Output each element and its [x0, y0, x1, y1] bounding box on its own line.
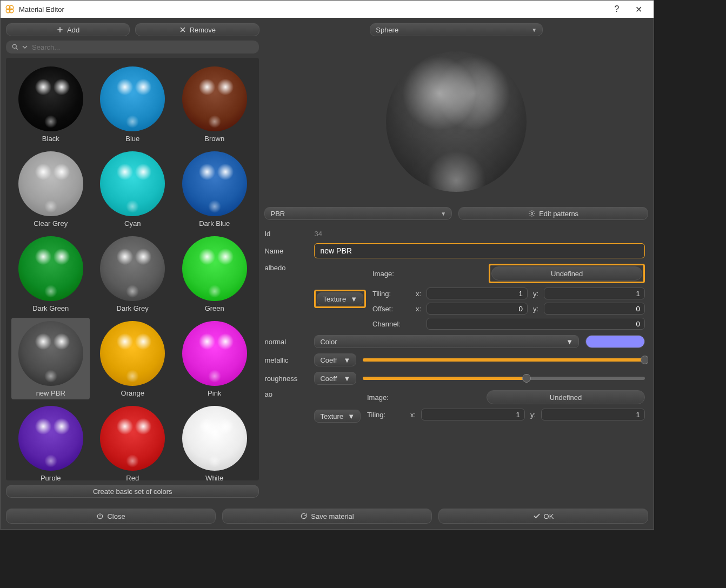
material-label: new PBR: [36, 389, 65, 397]
material-item[interactable]: Purple: [11, 403, 90, 480]
close-button[interactable]: Close: [6, 509, 216, 524]
preview-shape-dropdown[interactable]: Sphere ▼: [370, 23, 543, 36]
window-close-button[interactable]: ✕: [628, 4, 649, 15]
material-label: Red: [126, 474, 139, 480]
remove-button[interactable]: Remove: [135, 23, 259, 36]
edit-patterns-label: Edit patterns: [539, 210, 578, 218]
material-item[interactable]: Brown: [175, 63, 254, 145]
material-label: Purple: [41, 474, 61, 480]
material-item[interactable]: Black: [11, 63, 90, 145]
roughness-mode-dropdown[interactable]: Coeff ▼: [314, 372, 356, 385]
albedo-mode-highlight: Texture ▼: [314, 290, 366, 308]
albedo-tiling-label: Tiling:: [372, 290, 410, 298]
ao-mode-dropdown[interactable]: Texture ▼: [314, 410, 361, 423]
normal-mode-value: Color: [320, 338, 337, 346]
y-label: y:: [531, 305, 541, 313]
material-item[interactable]: Dark Grey: [93, 233, 172, 315]
material-item[interactable]: Dark Green: [11, 233, 90, 315]
material-label: Orange: [121, 389, 144, 397]
material-label: Green: [205, 304, 224, 312]
albedo-tiling-x[interactable]: [427, 288, 528, 299]
titlebar: Material Editor ? ✕: [1, 1, 654, 18]
material-swatch: [100, 406, 165, 471]
material-item[interactable]: Clear Grey: [11, 148, 90, 230]
preview-viewport[interactable]: [264, 41, 648, 203]
material-label: Dark Green: [32, 304, 69, 312]
material-label: Dark Blue: [199, 219, 230, 228]
search-field[interactable]: [6, 41, 259, 54]
albedo-mode-dropdown[interactable]: Texture ▼: [317, 292, 363, 305]
albedo-tiling-y[interactable]: [544, 288, 645, 299]
add-button[interactable]: Add: [6, 23, 130, 36]
metallic-mode-value: Coeff: [320, 356, 337, 364]
material-swatch: [100, 321, 165, 386]
albedo-offset-y[interactable]: [544, 303, 645, 315]
material-swatch: [100, 66, 165, 131]
material-item[interactable]: Green: [175, 233, 254, 315]
id-label: Id: [264, 230, 308, 238]
footer: Close Save material OK: [1, 503, 654, 529]
material-label: Cyan: [124, 219, 141, 228]
material-swatch: [100, 151, 165, 216]
albedo-offset-x[interactable]: [427, 303, 528, 315]
material-swatch: [100, 236, 165, 301]
metallic-mode-dropdown[interactable]: Coeff ▼: [314, 353, 356, 366]
ao-tiling-x[interactable]: [421, 409, 525, 420]
normal-color-swatch[interactable]: [585, 335, 645, 348]
search-input[interactable]: [31, 43, 254, 52]
material-grid[interactable]: BlackBlueBrownClear GreyCyanDark BlueDar…: [6, 58, 259, 480]
search-options-caret-icon[interactable]: [22, 43, 28, 51]
material-label: White: [205, 474, 223, 480]
edit-patterns-button[interactable]: Edit patterns: [458, 207, 648, 220]
normal-label: normal: [264, 338, 308, 346]
ao-tiling-y[interactable]: [541, 409, 645, 420]
albedo-label: albedo: [264, 264, 308, 272]
material-item[interactable]: Orange: [93, 318, 172, 399]
albedo-mode-value: Texture: [323, 295, 346, 303]
material-item[interactable]: new PBR: [11, 318, 90, 399]
ao-image-button[interactable]: Undefined: [487, 390, 645, 404]
material-item[interactable]: Dark Blue: [175, 148, 254, 230]
albedo-channel[interactable]: [427, 318, 645, 330]
window-title: Material Editor: [19, 5, 64, 14]
material-item[interactable]: Cyan: [93, 148, 172, 230]
create-basic-colors-label: Create basic set of colors: [93, 487, 172, 496]
metallic-slider[interactable]: [363, 354, 645, 366]
material-item[interactable]: Pink: [175, 318, 254, 399]
id-value: 34: [314, 230, 322, 238]
albedo-offset-label: Offset:: [372, 305, 410, 313]
preview-shape-value: Sphere: [376, 26, 398, 34]
y-label: y:: [528, 411, 538, 419]
material-label: Black: [42, 135, 59, 143]
material-type-dropdown[interactable]: PBR ▼: [264, 207, 452, 220]
svg-point-5: [531, 212, 533, 215]
create-basic-colors-button[interactable]: Create basic set of colors: [6, 485, 259, 498]
albedo-channel-label: Channel:: [372, 320, 410, 328]
albedo-image-value: Undefined: [551, 270, 583, 278]
material-swatch: [182, 66, 247, 131]
material-swatch: [18, 321, 83, 386]
help-button[interactable]: ?: [606, 4, 628, 14]
albedo-image-highlight: Undefined: [489, 264, 645, 283]
roughness-label: roughness: [264, 375, 308, 383]
material-item[interactable]: White: [175, 403, 254, 480]
normal-mode-dropdown[interactable]: Color ▼: [314, 335, 579, 348]
material-label: Dark Grey: [117, 304, 149, 312]
x-label: x:: [414, 305, 423, 313]
y-label: y:: [531, 290, 541, 298]
app-logo-icon: [5, 4, 15, 14]
material-item[interactable]: Blue: [93, 63, 172, 145]
x-label: x:: [408, 411, 418, 419]
material-swatch: [182, 321, 247, 386]
name-input[interactable]: [314, 243, 645, 258]
material-editor-window: Material Editor ? ✕ Add Remove: [0, 0, 654, 530]
gear-icon: [528, 210, 536, 217]
save-material-button[interactable]: Save material: [222, 509, 432, 524]
material-item[interactable]: Red: [93, 403, 172, 480]
roughness-slider[interactable]: [363, 372, 645, 384]
albedo-image-button[interactable]: Undefined: [491, 266, 642, 280]
material-swatch: [18, 406, 83, 471]
material-label: Pink: [208, 389, 221, 397]
ok-button[interactable]: OK: [438, 509, 648, 524]
material-label: Blue: [125, 135, 139, 143]
